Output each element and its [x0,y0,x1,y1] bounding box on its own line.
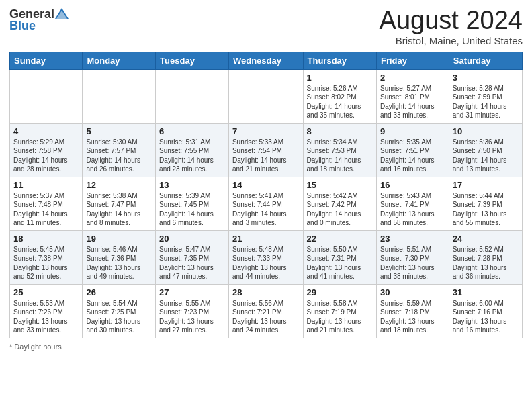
col-header-wednesday: Wednesday [228,52,303,69]
day-info: Sunrise: 5:59 AM Sunset: 7:18 PM Dayligh… [380,299,445,335]
col-header-saturday: Saturday [449,52,522,69]
calendar-cell [228,69,303,123]
day-number: 13 [159,180,225,190]
day-info: Sunrise: 5:43 AM Sunset: 7:41 PM Dayligh… [380,191,445,228]
day-number: 5 [86,126,152,136]
day-info: Sunrise: 6:00 AM Sunset: 7:16 PM Dayligh… [453,299,519,335]
day-number: 1 [307,73,373,83]
footer-note: * Daylight hours [9,342,523,351]
day-info: Sunrise: 5:34 AM Sunset: 7:53 PM Dayligh… [307,138,373,174]
day-info: Sunrise: 5:54 AM Sunset: 7:25 PM Dayligh… [86,299,152,335]
calendar-cell: 27Sunrise: 5:55 AM Sunset: 7:23 PM Dayli… [156,284,229,338]
col-header-friday: Friday [376,52,449,69]
day-number: 2 [380,73,445,83]
calendar-cell: 12Sunrise: 5:38 AM Sunset: 7:47 PM Dayli… [83,177,156,230]
calendar-cell [83,69,156,123]
day-number: 11 [13,180,79,190]
calendar-cell [10,69,83,123]
calendar-cell: 14Sunrise: 5:41 AM Sunset: 7:44 PM Dayli… [228,177,303,230]
day-number: 20 [159,234,225,244]
week-row-2: 4Sunrise: 5:29 AM Sunset: 7:58 PM Daylig… [10,123,523,177]
day-info: Sunrise: 5:53 AM Sunset: 7:26 PM Dayligh… [13,299,79,335]
calendar-cell: 1Sunrise: 5:26 AM Sunset: 8:02 PM Daylig… [303,69,376,123]
day-info: Sunrise: 5:30 AM Sunset: 7:57 PM Dayligh… [86,138,152,174]
day-number: 7 [232,126,300,136]
day-info: Sunrise: 5:31 AM Sunset: 7:55 PM Dayligh… [159,138,225,174]
calendar-cell: 18Sunrise: 5:45 AM Sunset: 7:38 PM Dayli… [10,230,83,284]
page: General Blue August 2024 Bristol, Maine,… [0,0,532,411]
day-number: 16 [380,180,445,190]
calendar-cell: 15Sunrise: 5:42 AM Sunset: 7:42 PM Dayli… [303,177,376,230]
calendar-cell: 30Sunrise: 5:59 AM Sunset: 7:18 PM Dayli… [376,284,449,338]
day-number: 14 [232,180,300,190]
day-info: Sunrise: 5:26 AM Sunset: 8:02 PM Dayligh… [307,84,373,120]
day-info: Sunrise: 5:27 AM Sunset: 8:01 PM Dayligh… [380,84,445,120]
calendar-cell: 19Sunrise: 5:46 AM Sunset: 7:36 PM Dayli… [83,230,156,284]
calendar-cell: 10Sunrise: 5:36 AM Sunset: 7:50 PM Dayli… [449,123,522,177]
day-info: Sunrise: 5:33 AM Sunset: 7:54 PM Dayligh… [232,138,300,174]
day-number: 22 [307,234,373,244]
day-number: 17 [453,180,519,190]
day-number: 9 [380,126,445,136]
day-number: 24 [453,234,519,244]
main-title: August 2024 [380,7,523,35]
week-row-5: 25Sunrise: 5:53 AM Sunset: 7:26 PM Dayli… [10,284,523,338]
calendar-cell: 22Sunrise: 5:50 AM Sunset: 7:31 PM Dayli… [303,230,376,284]
day-info: Sunrise: 5:48 AM Sunset: 7:33 PM Dayligh… [232,245,300,281]
calendar-cell: 16Sunrise: 5:43 AM Sunset: 7:41 PM Dayli… [376,177,449,230]
calendar-cell: 7Sunrise: 5:33 AM Sunset: 7:54 PM Daylig… [228,123,303,177]
calendar-cell: 13Sunrise: 5:39 AM Sunset: 7:45 PM Dayli… [156,177,229,230]
day-info: Sunrise: 5:39 AM Sunset: 7:45 PM Dayligh… [159,191,225,228]
col-header-thursday: Thursday [303,52,376,69]
col-header-monday: Monday [83,52,156,69]
day-number: 15 [307,180,373,190]
day-number: 18 [13,234,79,244]
col-header-tuesday: Tuesday [156,52,229,69]
title-block: August 2024 Bristol, Maine, United State… [380,7,523,46]
day-number: 28 [232,287,300,298]
day-number: 6 [159,126,225,136]
calendar-cell: 20Sunrise: 5:47 AM Sunset: 7:35 PM Dayli… [156,230,229,284]
calendar-cell: 8Sunrise: 5:34 AM Sunset: 7:53 PM Daylig… [303,123,376,177]
day-number: 25 [13,287,79,298]
calendar-cell: 28Sunrise: 5:56 AM Sunset: 7:21 PM Dayli… [228,284,303,338]
week-row-1: 1Sunrise: 5:26 AM Sunset: 8:02 PM Daylig… [10,69,523,123]
day-number: 3 [453,73,519,83]
day-number: 31 [453,287,519,298]
week-row-4: 18Sunrise: 5:45 AM Sunset: 7:38 PM Dayli… [10,230,523,284]
calendar-cell: 4Sunrise: 5:29 AM Sunset: 7:58 PM Daylig… [10,123,83,177]
calendar-cell: 17Sunrise: 5:44 AM Sunset: 7:39 PM Dayli… [449,177,522,230]
day-info: Sunrise: 5:55 AM Sunset: 7:23 PM Dayligh… [159,299,225,335]
logo-blue-text: Blue [9,19,36,33]
calendar-cell: 2Sunrise: 5:27 AM Sunset: 8:01 PM Daylig… [376,69,449,123]
day-info: Sunrise: 5:42 AM Sunset: 7:42 PM Dayligh… [307,191,373,228]
calendar-cell: 24Sunrise: 5:52 AM Sunset: 7:28 PM Dayli… [449,230,522,284]
calendar-cell: 23Sunrise: 5:51 AM Sunset: 7:30 PM Dayli… [376,230,449,284]
calendar-cell: 5Sunrise: 5:30 AM Sunset: 7:57 PM Daylig… [83,123,156,177]
day-number: 21 [232,234,300,244]
calendar-cell: 3Sunrise: 5:28 AM Sunset: 7:59 PM Daylig… [449,69,522,123]
calendar-cell: 25Sunrise: 5:53 AM Sunset: 7:26 PM Dayli… [10,284,83,338]
day-number: 4 [13,126,79,136]
col-header-sunday: Sunday [10,52,83,69]
day-info: Sunrise: 5:45 AM Sunset: 7:38 PM Dayligh… [13,245,79,281]
calendar-cell [156,69,229,123]
day-number: 26 [86,287,152,298]
day-info: Sunrise: 5:36 AM Sunset: 7:50 PM Dayligh… [453,138,519,174]
week-row-3: 11Sunrise: 5:37 AM Sunset: 7:48 PM Dayli… [10,177,523,230]
logo-icon [54,7,69,21]
day-number: 8 [307,126,373,136]
calendar-cell: 26Sunrise: 5:54 AM Sunset: 7:25 PM Dayli… [83,284,156,338]
calendar-cell: 31Sunrise: 6:00 AM Sunset: 7:16 PM Dayli… [449,284,522,338]
calendar-cell: 29Sunrise: 5:58 AM Sunset: 7:19 PM Dayli… [303,284,376,338]
calendar-cell: 11Sunrise: 5:37 AM Sunset: 7:48 PM Dayli… [10,177,83,230]
day-number: 12 [86,180,152,190]
day-info: Sunrise: 5:58 AM Sunset: 7:19 PM Dayligh… [307,299,373,335]
calendar: SundayMondayTuesdayWednesdayThursdayFrid… [9,52,523,338]
calendar-header-row: SundayMondayTuesdayWednesdayThursdayFrid… [10,52,523,69]
day-info: Sunrise: 5:41 AM Sunset: 7:44 PM Dayligh… [232,191,300,228]
day-info: Sunrise: 5:37 AM Sunset: 7:48 PM Dayligh… [13,191,79,228]
logo: General Blue [9,7,69,33]
day-info: Sunrise: 5:44 AM Sunset: 7:39 PM Dayligh… [453,191,519,228]
header: General Blue August 2024 Bristol, Maine,… [9,7,523,46]
